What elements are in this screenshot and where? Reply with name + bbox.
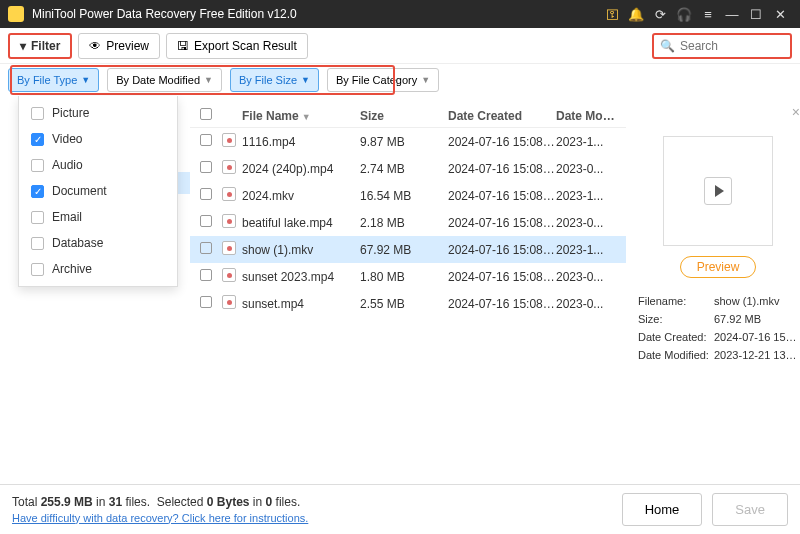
file-created: 2024-07-16 15:08:...	[448, 243, 556, 257]
file-icon	[222, 187, 236, 201]
export-icon: 🖫	[177, 39, 189, 53]
row-checkbox[interactable]	[200, 296, 212, 308]
col-modified[interactable]: Date Modifie	[556, 109, 616, 123]
search-box[interactable]: 🔍	[652, 33, 792, 59]
dropdown-label: Video	[52, 132, 82, 146]
dropdown-item[interactable]: ✓Video	[19, 126, 177, 152]
file-metadata: Filename:show (1).mkv Size:67.92 MB Date…	[638, 292, 798, 364]
dropdown-item[interactable]: Email	[19, 204, 177, 230]
file-size: 67.92 MB	[360, 243, 448, 257]
status-bar: Total 255.9 MB in 31 files. Selected 0 B…	[0, 484, 800, 534]
sync-icon[interactable]: ⟳	[648, 7, 672, 22]
chevron-down-icon: ▼	[301, 75, 310, 85]
help-link[interactable]: Have difficulty with data recovery? Clic…	[12, 510, 308, 526]
table-row[interactable]: 1116.mp4 9.87 MB 2024-07-16 15:08:... 20…	[190, 128, 626, 155]
dropdown-item[interactable]: Audio	[19, 152, 177, 178]
dropdown-item[interactable]: Picture	[19, 100, 177, 126]
file-size: 2.55 MB	[360, 297, 448, 311]
preview-action-button[interactable]: Preview	[680, 256, 757, 278]
file-modified: 2023-1...	[556, 135, 616, 149]
select-all-checkbox[interactable]	[200, 108, 212, 120]
close-preview-icon[interactable]: ×	[792, 104, 800, 120]
file-created: 2024-07-16 15:08:...	[448, 270, 556, 284]
key-icon[interactable]: ⚿	[600, 7, 624, 22]
checkbox[interactable]: ✓	[31, 133, 44, 146]
file-created: 2024-07-16 15:08:...	[448, 162, 556, 176]
file-name: sunset 2023.mp4	[242, 270, 360, 284]
checkbox[interactable]	[31, 263, 44, 276]
toolbar: ▾ Filter 👁 Preview 🖫 Export Scan Result …	[0, 28, 800, 64]
file-created: 2024-07-16 15:08:...	[448, 135, 556, 149]
file-modified: 2023-0...	[556, 297, 616, 311]
search-input[interactable]	[680, 39, 784, 53]
chevron-down-icon: ▼	[204, 75, 213, 85]
file-icon	[222, 241, 236, 255]
titlebar: MiniTool Power Data Recovery Free Editio…	[0, 0, 800, 28]
table-row[interactable]: sunset 2023.mp4 1.80 MB 2024-07-16 15:08…	[190, 263, 626, 290]
close-icon[interactable]: ✕	[768, 7, 792, 22]
checkbox[interactable]	[31, 107, 44, 120]
headset-icon[interactable]: 🎧	[672, 7, 696, 22]
row-checkbox[interactable]	[200, 188, 212, 200]
table-row[interactable]: sunset.mp4 2.55 MB 2024-07-16 15:08:... …	[190, 290, 626, 317]
home-button[interactable]: Home	[622, 493, 703, 526]
file-modified: 2023-0...	[556, 270, 616, 284]
menu-icon[interactable]: ≡	[696, 7, 720, 22]
chevron-down-icon: ▼	[421, 75, 430, 85]
dropdown-item[interactable]: Archive	[19, 256, 177, 282]
save-button[interactable]: Save	[712, 493, 788, 526]
table-row[interactable]: 2024 (240p).mp4 2.74 MB 2024-07-16 15:08…	[190, 155, 626, 182]
file-icon	[222, 160, 236, 174]
file-modified: 2023-1...	[556, 189, 616, 203]
checkbox[interactable]	[31, 237, 44, 250]
checkbox[interactable]: ✓	[31, 185, 44, 198]
status-info: Total 255.9 MB in 31 files. Selected 0 B…	[12, 494, 308, 526]
checkbox[interactable]	[31, 159, 44, 172]
minimize-icon[interactable]: —	[720, 7, 744, 22]
funnel-icon: ▾	[20, 39, 26, 53]
table-row[interactable]: beatiful lake.mp4 2.18 MB 2024-07-16 15:…	[190, 209, 626, 236]
window-title: MiniTool Power Data Recovery Free Editio…	[32, 7, 600, 21]
file-icon	[222, 268, 236, 282]
filter-by-category[interactable]: By File Category▼	[327, 68, 439, 92]
table-row[interactable]: show (1).mkv 67.92 MB 2024-07-16 15:08:.…	[190, 236, 626, 263]
dropdown-item[interactable]: ✓Document	[19, 178, 177, 204]
col-created[interactable]: Date Created	[448, 109, 556, 123]
checkbox[interactable]	[31, 211, 44, 224]
file-type-dropdown[interactable]: Picture✓VideoAudio✓DocumentEmailDatabase…	[18, 96, 178, 287]
file-icon	[222, 295, 236, 309]
file-name: show (1).mkv	[242, 243, 360, 257]
file-name: sunset.mp4	[242, 297, 360, 311]
file-name: beatiful lake.mp4	[242, 216, 360, 230]
chevron-down-icon: ▼	[81, 75, 90, 85]
col-size[interactable]: Size	[360, 109, 448, 123]
dropdown-item[interactable]: Database	[19, 230, 177, 256]
filter-by-size[interactable]: By File Size▼	[230, 68, 319, 92]
col-name[interactable]: File Name▼	[242, 109, 360, 123]
export-label: Export Scan Result	[194, 39, 297, 53]
filter-button[interactable]: ▾ Filter	[8, 33, 72, 59]
dropdown-label: Email	[52, 210, 82, 224]
row-checkbox[interactable]	[200, 269, 212, 281]
row-checkbox[interactable]	[200, 215, 212, 227]
dropdown-label: Database	[52, 236, 103, 250]
row-checkbox[interactable]	[200, 134, 212, 146]
preview-button[interactable]: 👁 Preview	[78, 33, 160, 59]
file-name: 2024 (240p).mp4	[242, 162, 360, 176]
row-checkbox[interactable]	[200, 242, 212, 254]
maximize-icon[interactable]: ☐	[744, 7, 768, 22]
play-icon	[704, 177, 732, 205]
status-totals: Total 255.9 MB in 31 files. Selected 0 B…	[12, 494, 308, 510]
file-created: 2024-07-16 15:08:...	[448, 297, 556, 311]
export-button[interactable]: 🖫 Export Scan Result	[166, 33, 308, 59]
bell-icon[interactable]: 🔔	[624, 7, 648, 22]
row-checkbox[interactable]	[200, 161, 212, 173]
file-list: File Name▼ Size Date Created Date Modifi…	[190, 96, 626, 484]
file-name: 1116.mp4	[242, 135, 360, 149]
dropdown-label: Document	[52, 184, 107, 198]
table-row[interactable]: 2024.mkv 16.54 MB 2024-07-16 15:08:... 2…	[190, 182, 626, 209]
filter-by-date[interactable]: By Date Modified▼	[107, 68, 222, 92]
file-icon	[222, 133, 236, 147]
filter-by-type[interactable]: By File Type▼	[8, 68, 99, 92]
eye-icon: 👁	[89, 39, 101, 53]
